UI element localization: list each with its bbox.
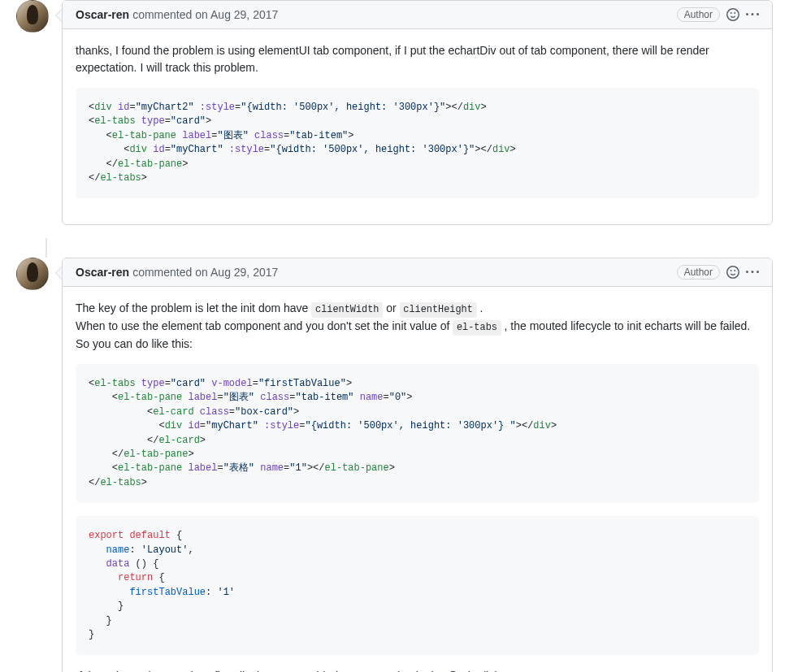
kebab-menu-icon[interactable] <box>746 266 759 279</box>
author-badge: Author <box>677 7 720 22</box>
comment-action-text: commented <box>132 8 192 21</box>
comment-body: The key of the problem is let the init d… <box>63 287 772 672</box>
comment-header: Oscar-ren commented on Aug 29, 2017 Auth… <box>63 1 772 29</box>
emoji-reaction-icon[interactable] <box>726 8 739 21</box>
comment-action-text: commented <box>132 266 192 279</box>
code-block: <div id="myChart2" :style="{width: '500p… <box>76 88 759 198</box>
author-link[interactable]: Oscar-ren <box>76 266 129 279</box>
avatar[interactable] <box>16 258 49 290</box>
comment-box: Oscar-ren commented on Aug 29, 2017 Auth… <box>62 258 773 672</box>
inline-code: clientHeight <box>400 302 477 318</box>
emoji-reaction-icon[interactable] <box>726 266 739 279</box>
avatar[interactable] <box>16 0 49 33</box>
comment-paragraph: If the echart tab-pane don't first displ… <box>76 668 759 672</box>
comment-header: Oscar-ren commented on Aug 29, 2017 Auth… <box>63 258 772 287</box>
comment-body: thanks, I found the problem is using ele… <box>63 29 772 224</box>
comment-item: Oscar-ren commented on Aug 29, 2017 Auth… <box>16 0 773 225</box>
author-link[interactable]: Oscar-ren <box>76 8 129 21</box>
inline-code: clientWidth <box>311 302 383 318</box>
inline-code: el-tabs <box>453 320 501 336</box>
comment-paragraph: The key of the problem is let the init d… <box>76 300 759 353</box>
author-badge: Author <box>677 265 720 280</box>
code-block: export default { name: 'Layout', data ()… <box>76 516 759 655</box>
comment-timestamp[interactable]: on Aug 29, 2017 <box>195 8 278 21</box>
code-block: <el-tabs type="card" v-model="firstTabVa… <box>76 364 759 503</box>
comment-paragraph: thanks, I found the problem is using ele… <box>76 42 759 76</box>
kebab-menu-icon[interactable] <box>746 8 759 21</box>
comment-item: Oscar-ren commented on Aug 29, 2017 Auth… <box>16 258 773 672</box>
comment-timestamp[interactable]: on Aug 29, 2017 <box>195 266 278 279</box>
comment-box: Oscar-ren commented on Aug 29, 2017 Auth… <box>62 0 773 225</box>
